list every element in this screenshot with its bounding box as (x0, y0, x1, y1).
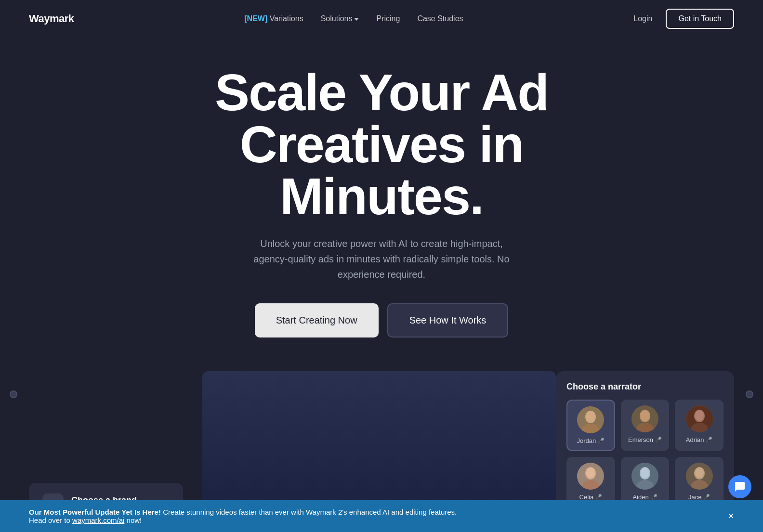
svg-point-3 (586, 411, 595, 422)
svg-point-7 (641, 410, 649, 421)
narrator-grid: Jordan 🎤 Emerson 🎤 (566, 400, 724, 506)
narrator-celia-avatar (577, 463, 604, 490)
chat-icon (734, 481, 746, 493)
notification-bold: Our Most Powerful Update Yet Is Here! (29, 508, 161, 516)
right-indicator (746, 390, 753, 398)
narrator-aiden-avatar (631, 463, 658, 490)
narrator-adrian[interactable]: Adrian 🎤 (675, 400, 724, 451)
chevron-down-icon (354, 18, 359, 21)
mic-icon-celia: 🎤 (595, 494, 602, 500)
nav-item-solutions[interactable]: Solutions (321, 14, 359, 23)
left-indicator (10, 390, 17, 398)
narrator-jace[interactable]: Jace 🎤 (675, 457, 724, 506)
see-how-it-works-button[interactable]: See How It Works (387, 303, 509, 337)
new-badge: [NEW] (244, 14, 267, 23)
nav-item-pricing[interactable]: Pricing (376, 14, 400, 23)
narrator-jordan-name: Jordan 🎤 (577, 437, 605, 444)
notification-text: Our Most Powerful Update Yet Is Here! Cr… (29, 508, 462, 524)
mic-icon: 🎤 (598, 438, 605, 444)
start-creating-button[interactable]: Start Creating Now (255, 303, 379, 337)
solutions-label: Solutions (321, 14, 353, 23)
svg-point-11 (695, 410, 704, 421)
get-in-touch-button[interactable]: Get in Touch (666, 9, 734, 29)
notification-link[interactable]: waymark.com/ai (72, 516, 124, 524)
nav-right: Login Get in Touch (633, 9, 734, 29)
narrator-jace-avatar (686, 463, 713, 490)
narrator-jace-name: Jace 🎤 (688, 493, 710, 501)
narrator-celia[interactable]: Celia 🎤 (566, 457, 615, 506)
nav-item-case-studies[interactable]: Case Studies (417, 14, 463, 23)
hero-title: Scale Your Ad Creatives in Minutes. (215, 66, 548, 222)
svg-point-15 (586, 467, 595, 478)
mic-icon-jace: 🎤 (703, 494, 710, 500)
mic-icon-adrian: 🎤 (706, 437, 712, 443)
variations-label: Variations (270, 14, 303, 23)
svg-point-19 (641, 467, 649, 478)
hero-buttons: Start Creating Now See How It Works (255, 303, 509, 337)
narrator-aiden[interactable]: Aiden 🎤 (621, 457, 670, 506)
notification-close-button[interactable]: × (728, 511, 734, 521)
logo[interactable]: Waymark (29, 13, 74, 25)
chat-widget[interactable] (728, 475, 751, 498)
mic-icon-emerson: 🎤 (655, 437, 662, 443)
narrator-celia-name: Celia 🎤 (579, 493, 603, 501)
narrator-panel: Choose a narrator Jordan 🎤 (556, 371, 734, 517)
narrator-emerson-avatar (631, 405, 658, 432)
narrator-emerson[interactable]: Emerson 🎤 (621, 400, 670, 451)
notification-suffix: now! (127, 516, 142, 524)
narrator-aiden-name: Aiden 🎤 (632, 493, 657, 501)
mic-icon-aiden: 🎤 (651, 494, 658, 500)
narrator-jordan[interactable]: Jordan 🎤 (566, 400, 615, 451)
nav-links: [NEW] Variations Solutions Pricing Case … (244, 14, 463, 23)
narrator-emerson-name: Emerson 🎤 (628, 436, 662, 443)
hero-subtitle: Unlock your creative power with AI to cr… (247, 236, 516, 282)
notification-banner: Our Most Powerful Update Yet Is Here! Cr… (0, 500, 763, 532)
hero-section: Scale Your Ad Creatives in Minutes. Unlo… (0, 38, 763, 352)
svg-point-23 (695, 467, 704, 478)
narrator-panel-title: Choose a narrator (566, 382, 724, 392)
narrator-adrian-name: Adrian 🎤 (686, 436, 713, 443)
nav-item-variations[interactable]: [NEW] Variations (244, 14, 303, 23)
narrator-adrian-avatar (686, 405, 713, 432)
narrator-jordan-avatar (577, 406, 604, 433)
login-link[interactable]: Login (633, 14, 652, 23)
navbar: Waymark [NEW] Variations Solutions Prici… (0, 0, 763, 38)
